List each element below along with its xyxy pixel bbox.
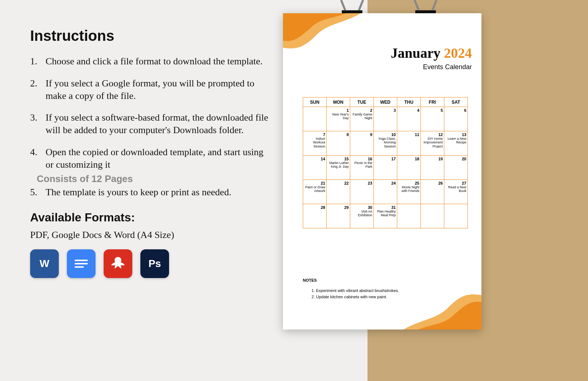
calendar-cell: 9 xyxy=(350,131,374,156)
day-header: SAT xyxy=(444,97,468,107)
date-number: 16 xyxy=(351,157,372,161)
calendar-month-year: January 2024 xyxy=(391,45,472,61)
date-number: 31 xyxy=(375,205,396,210)
calendar-body: 1New Year's Day2Family Game Night34567In… xyxy=(303,107,468,228)
calendar-cell: 28 xyxy=(303,204,327,228)
calendar-cell: 2Family Game Night xyxy=(350,107,374,131)
photoshop-icon[interactable]: Ps xyxy=(140,249,169,278)
calendar-cell: 6 xyxy=(444,107,468,131)
calendar-cell: 12DIY Home Improvement Project xyxy=(421,131,444,156)
calendar-cell: 20 xyxy=(444,156,468,180)
date-number: 12 xyxy=(422,132,443,137)
notes-block: NOTES Experiment with vibrant abstract b… xyxy=(303,278,399,300)
date-number: 14 xyxy=(304,157,325,161)
date-number: 23 xyxy=(351,181,372,185)
calendar-head-row: SUNMONTUEWEDTHUFRISAT xyxy=(303,97,468,107)
google-docs-icon[interactable] xyxy=(67,249,96,278)
event-text: Read a New Book xyxy=(445,185,466,193)
notes-heading: NOTES xyxy=(303,278,399,282)
event-text: Indoor Workout Session xyxy=(304,137,325,148)
pages-note: Consists of 12 Pages xyxy=(37,173,273,185)
date-number: 4 xyxy=(398,108,419,113)
calendar-cell xyxy=(303,107,327,131)
instruction-step: Choose and click a file format to downlo… xyxy=(30,55,273,68)
date-number: 22 xyxy=(328,181,349,185)
calendar-cell: 22 xyxy=(327,180,350,204)
calendar-cell: 8 xyxy=(327,131,350,156)
formats-subtext: PDF, Google Docs & Word (A4 Size) xyxy=(30,229,273,241)
calendar-cell xyxy=(397,204,421,228)
calendar-cell: 11 xyxy=(397,131,421,156)
notes-list: Experiment with vibrant abstract brushst… xyxy=(303,288,399,300)
day-header: THU xyxy=(397,97,421,107)
event-text: Paint or Draw Artwork xyxy=(304,185,325,193)
calendar-cell: 23 xyxy=(350,180,374,204)
page: Instructions Choose and click a file for… xyxy=(0,0,588,381)
calendar-cell: 1New Year's Day xyxy=(327,107,350,131)
event-text: Family Game Night xyxy=(351,113,372,120)
calendar-cell: 16Picnic in the Park xyxy=(350,156,374,180)
event-text: Yoga Class, Morning Session xyxy=(375,137,396,148)
calendar-cell: 7Indoor Workout Session xyxy=(303,131,327,156)
calendar-cell xyxy=(444,204,468,228)
date-number: 24 xyxy=(375,181,396,185)
instructions-list: Choose and click a file format to downlo… xyxy=(30,55,273,198)
date-number: 30 xyxy=(351,205,372,210)
calendar-cell: 29 xyxy=(327,204,350,228)
event-text: Martin Luther King Jr. Day xyxy=(328,161,349,169)
instructions-heading: Instructions xyxy=(30,28,273,44)
pdf-icon[interactable] xyxy=(104,249,132,278)
date-number: 28 xyxy=(304,205,325,210)
instructions-panel: Instructions Choose and click a file for… xyxy=(30,28,273,278)
instruction-step: If you select a Google format, you will … xyxy=(30,77,273,102)
wave-bottom-decoration xyxy=(393,274,481,330)
calendar-header: January 2024 Events Calendar xyxy=(391,45,472,71)
calendar-year: 2024 xyxy=(444,45,472,61)
calendar-cell: 18 xyxy=(397,156,421,180)
date-number: 2 xyxy=(351,108,372,113)
calendar-cell: 17 xyxy=(374,156,397,180)
calendar-cell: 24 xyxy=(374,180,397,204)
date-number: 18 xyxy=(398,157,419,161)
date-number: 3 xyxy=(375,108,396,113)
date-number: 29 xyxy=(328,205,349,210)
notes-item: Update kitchen cabinets with new paint. xyxy=(316,294,399,300)
format-icons-row: Ps xyxy=(30,249,273,278)
event-text: Learn a New Recipe xyxy=(445,137,466,145)
event-text: DIY Home Improvement Project xyxy=(422,137,443,148)
date-number: 19 xyxy=(422,157,443,161)
calendar-cell: 19 xyxy=(421,156,444,180)
calendar-cell xyxy=(421,204,444,228)
instruction-step: The template is yours to keep or print a… xyxy=(30,186,273,199)
instruction-step: If you select a software-based format, t… xyxy=(30,111,273,136)
calendar-cell: 27Read a New Book xyxy=(444,180,468,204)
day-header: WED xyxy=(374,97,397,107)
calendar-cell: 5 xyxy=(421,107,444,131)
date-number: 25 xyxy=(398,181,419,185)
date-number: 9 xyxy=(351,132,372,137)
photoshop-label: Ps xyxy=(148,258,161,270)
date-number: 15 xyxy=(328,157,349,161)
event-text: New Year's Day xyxy=(328,113,349,120)
event-text: Movie Night with Friends xyxy=(398,185,419,193)
calendar-cell: 30Visit Art Exhibition xyxy=(350,204,374,228)
calendar-cell: 10Yoga Class, Morning Session xyxy=(374,131,397,156)
date-number: 10 xyxy=(375,132,396,137)
date-number: 20 xyxy=(445,157,466,161)
day-header: SUN xyxy=(303,97,327,107)
calendar-cell: 21Paint or Draw Artwork xyxy=(303,180,327,204)
day-header: TUE xyxy=(350,97,374,107)
date-number: 7 xyxy=(304,132,325,137)
calendar-cell: 4 xyxy=(397,107,421,131)
date-number: 27 xyxy=(445,181,466,185)
calendar-grid: SUNMONTUEWEDTHUFRISAT 1New Year's Day2Fa… xyxy=(303,97,468,228)
word-icon[interactable] xyxy=(30,249,59,278)
day-header: MON xyxy=(327,97,350,107)
date-number: 5 xyxy=(422,108,443,113)
instruction-step: Open the copied or downloaded template, … xyxy=(30,146,273,171)
calendar-card: January 2024 Events Calendar SUNMONTUEWE… xyxy=(283,13,481,330)
calendar-subtitle: Events Calendar xyxy=(391,63,472,71)
event-text: Plan Healthy Meal Prep xyxy=(375,210,396,217)
calendar-cell: 15Martin Luther King Jr. Day xyxy=(327,156,350,180)
date-number: 8 xyxy=(328,132,349,137)
